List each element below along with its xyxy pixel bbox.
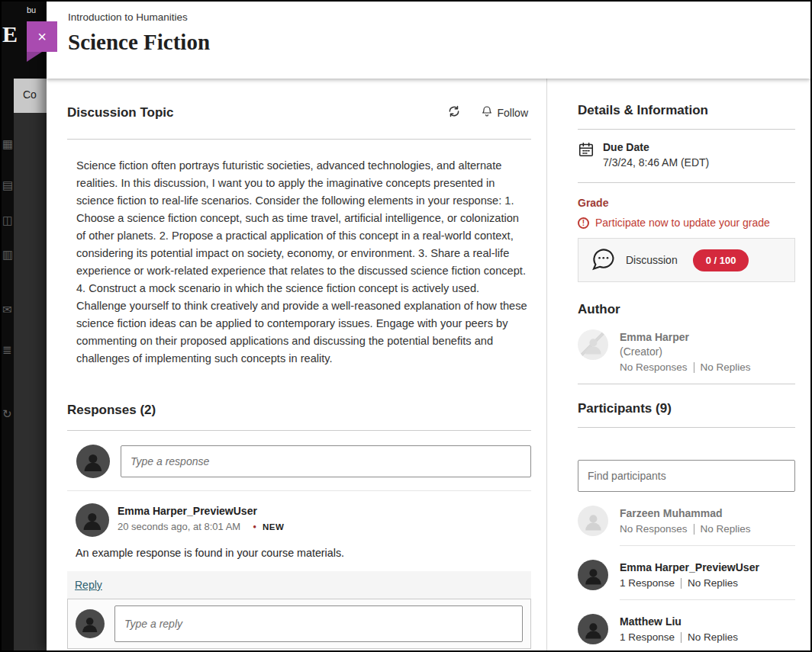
divider <box>578 384 795 384</box>
responses-title: Responses (2) <box>67 403 531 418</box>
due-date-label: Due Date <box>603 141 709 153</box>
author-row: Emma Harper (Creator) No Responses No Re… <box>578 329 795 373</box>
author-title: Author <box>578 302 795 317</box>
response-author: Emma Harper_PreviewUser <box>118 505 284 517</box>
list-item[interactable]: Emma Harper_PreviewUser 1 Response No Re… <box>578 546 795 600</box>
avatar <box>578 506 608 536</box>
separator <box>681 632 682 643</box>
participant-name: Farzeen Muhammad <box>620 507 795 519</box>
due-date-value: 7/3/24, 8:46 AM (EDT) <box>603 156 709 169</box>
background-tab-label: Co <box>23 88 37 101</box>
list-item[interactable]: Farzeen Muhammad No Responses No Replies <box>578 492 795 546</box>
divider <box>578 427 795 428</box>
panel-body: Discussion Topic <box>47 79 810 650</box>
divider <box>578 182 795 183</box>
grade-score-pill: 0 / 100 <box>693 249 749 271</box>
person-icon <box>582 564 604 586</box>
author-replies: No Replies <box>701 361 751 373</box>
background-lower-area <box>14 113 47 650</box>
background-partial-text: bu <box>27 5 36 14</box>
panel-icon: ◫ <box>2 214 13 227</box>
discussion-prompt: Science fiction often portrays futuristi… <box>76 157 531 368</box>
avatar <box>76 445 110 478</box>
response-body: An example response is found in your cou… <box>76 547 531 559</box>
document-icon: ▤ <box>2 178 13 192</box>
avatar <box>578 329 608 360</box>
person-icon <box>80 508 105 532</box>
grade-summary-box: Discussion 0 / 100 <box>578 238 795 282</box>
participant-responses: 1 Response <box>620 631 675 643</box>
refresh-icon <box>447 104 461 120</box>
panel-header: Introduction to Humanities Science Ficti… <box>47 2 810 79</box>
author-responses: No Responses <box>620 361 688 373</box>
person-icon <box>582 510 604 532</box>
person-icon <box>582 334 604 356</box>
divider <box>578 129 795 130</box>
response-item: Emma Harper_PreviewUser 20 seconds ago, … <box>67 503 531 559</box>
participant-replies: No Replies <box>688 631 738 643</box>
participant-replies: No Replies <box>688 577 738 589</box>
reply-bar: Reply <box>67 571 531 599</box>
due-date-row: Due Date 7/3/24, 8:46 AM (EDT) <box>578 141 795 172</box>
reply-link[interactable]: Reply <box>75 579 102 591</box>
discussion-panel: Introduction to Humanities Science Ficti… <box>47 2 810 650</box>
alert-icon <box>578 217 589 229</box>
grade-alert: Participate now to update your grade <box>578 217 795 229</box>
separator <box>681 578 682 589</box>
follow-label: Follow <box>498 107 528 119</box>
grade-label: Grade <box>578 197 795 209</box>
divider <box>67 490 531 491</box>
separator <box>694 362 694 373</box>
participant-name: Emma Harper_PreviewUser <box>620 561 795 573</box>
close-icon: × <box>37 28 47 45</box>
refresh-button[interactable] <box>444 103 464 122</box>
details-sidebar: Details & Information Due Date 7/3/24, <box>546 79 810 650</box>
participant-list: Farzeen Muhammad No Responses No Replies <box>578 492 795 650</box>
author-role: (Creator) <box>620 345 751 358</box>
discussion-topic-header: Discussion Topic <box>67 103 531 122</box>
author-name: Emma Harper <box>620 331 751 343</box>
mail-icon: ✉ <box>2 303 12 316</box>
person-icon <box>79 613 100 634</box>
discussion-main-column: Discussion Topic <box>47 79 546 650</box>
close-panel-button[interactable]: × <box>27 21 57 52</box>
refresh-rail-icon: ↻ <box>2 407 12 421</box>
divider <box>67 139 531 140</box>
participants-title: Participants (9) <box>578 401 795 416</box>
background-tab-content[interactable]: Co <box>14 79 47 113</box>
follow-button[interactable]: Follow <box>478 104 531 121</box>
screen: bu E ▦ ▤ ◫ ▥ ✉ ≣ ↻ Co × Introduction to … <box>0 0 812 652</box>
participant-responses: 1 Response <box>620 577 675 589</box>
details-title: Details & Information <box>578 103 795 118</box>
reply-input[interactable] <box>114 605 523 642</box>
person-icon <box>582 618 604 641</box>
new-dot-icon: ● <box>253 523 256 530</box>
separator <box>694 524 694 535</box>
person-icon <box>81 449 105 474</box>
grade-alert-text: Participate now to update your grade <box>595 217 770 229</box>
response-input[interactable] <box>121 445 531 477</box>
participant-replies: No Replies <box>701 523 751 535</box>
response-timestamp: 20 seconds ago, at 8:01 AM <box>118 521 240 532</box>
list-icon: ≣ <box>2 343 12 357</box>
background-logo-letter: E <box>2 21 18 47</box>
participant-responses: No Responses <box>620 523 688 535</box>
page-title: Science Fiction <box>68 30 810 55</box>
participant-name: Matthew Liu <box>620 615 795 628</box>
avatar <box>578 614 608 644</box>
divider <box>67 430 531 431</box>
response-composer <box>76 445 531 478</box>
calendar-icon <box>578 141 594 169</box>
avatar <box>76 609 105 638</box>
list-item[interactable]: Matthew Liu 1 Response No Replies <box>578 600 795 650</box>
grade-item-label: Discussion <box>626 254 678 266</box>
find-participants-input[interactable] <box>578 460 795 492</box>
discussion-topic-title: Discussion Topic <box>67 105 174 120</box>
grid-icon: ▦ <box>2 137 13 151</box>
bell-icon <box>481 105 493 120</box>
background-rail: bu E ▦ ▤ ◫ ▥ ✉ ≣ ↻ Co <box>2 2 47 650</box>
avatar <box>76 503 109 537</box>
reply-composer <box>67 599 531 649</box>
avatar <box>578 560 608 590</box>
discussion-chat-icon <box>589 245 617 275</box>
